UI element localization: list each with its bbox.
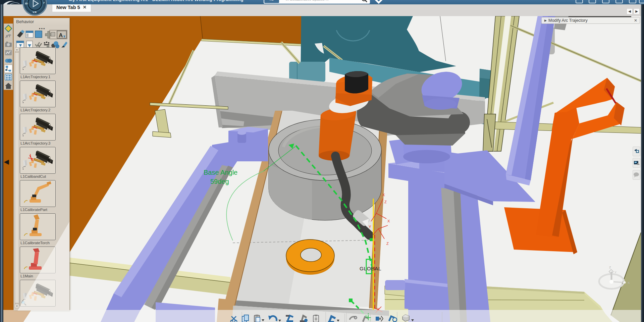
svg-text:i²: i² — [43, 2, 45, 4]
svg-text:K: K — [628, 281, 630, 284]
svg-text:X: X — [382, 193, 385, 197]
svg-text:X: X — [387, 219, 390, 223]
svg-text:Y: Y — [614, 271, 616, 274]
svg-text:A: A — [59, 32, 63, 39]
svg-text:Z: Z — [386, 241, 389, 246]
svg-text:3D: 3D — [25, 2, 28, 5]
svg-text:Base Angle: Base Angle — [204, 169, 237, 176]
svg-text:V.R: V.R — [33, 11, 37, 14]
svg-text:Y: Y — [369, 225, 371, 229]
svg-text:Z: Z — [609, 266, 611, 269]
svg-text:GLOBAL: GLOBAL — [360, 266, 381, 271]
svg-text:Z: Z — [384, 200, 387, 204]
svg-text:59deg: 59deg — [210, 178, 229, 185]
